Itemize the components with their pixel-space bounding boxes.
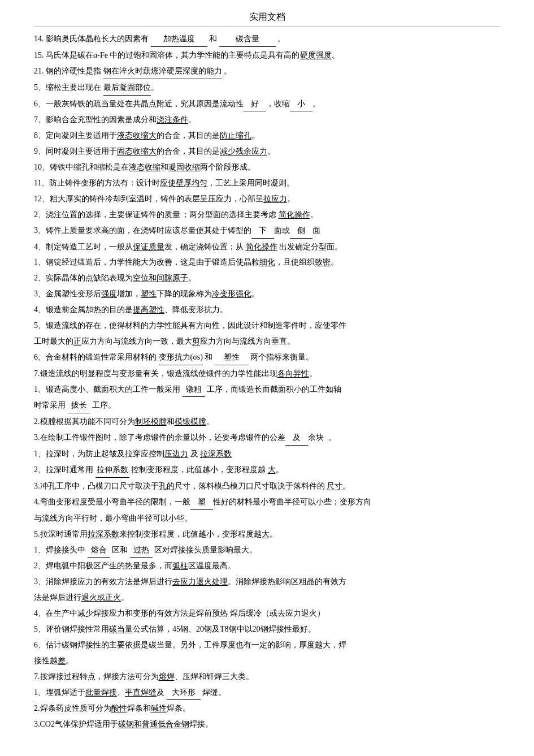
text-line-1: 14. 影响奥氏体晶粒长大的因素有 加热温度 和 碳含量 。 [34, 32, 500, 47]
text-line-14: 4、制定铸造工艺时，一般从保证质量发，确定浇铸位置；从 简化操作 出发确定分型面… [34, 240, 500, 254]
text-line-40: 接性越差。 [34, 654, 500, 668]
text-line-42: 1、埋弧焊适于批量焊接、平直焊缝及 大环形 焊缝。 [34, 685, 500, 701]
text-line-35: 3、消除焊接应力的有效方法是焊后进行去应力退火处理。消除焊接热影响区粗晶的有效方 [34, 574, 500, 589]
text-line-41: 7.按焊接过程特点，焊接方法可分为熔焊、压焊和钎焊三大类。 [34, 669, 500, 684]
text-line-19: 5、锻造流线的存在，使得材料的力学性能具有方向性，因此设计和制造零件时，应使零件 [34, 318, 500, 333]
text-line-16: 2、实际晶体的点缺陷表现为空位和间隙原子。 [34, 271, 500, 286]
text-line-32: 5.拉深时通常用拉深系数来控制变形程度，此值越小，变形程度越大。 [34, 527, 500, 542]
text-line-26: 3.在绘制工件锻件图时，除了考虑锻件的余量以外，还要考虑锻件的公差及余块。 [34, 430, 500, 446]
text-line-7: 8、定向凝则主要适用于液态收缩大的合金，其目的是防止缩孔。 [34, 128, 500, 143]
text-line-28: 2、拉深时通常用 拉伸系数 控制变形程度，此值越小，变形程度越 大。 [34, 463, 500, 478]
text-line-34: 2、焊电弧中阳极区产生的热量最多，而弧柱区温度最高。 [34, 559, 500, 573]
text-line-10: 11、防止铸件变形的方法有：设计时应使壁厚均匀，工艺上采用同时凝则。 [34, 176, 500, 191]
text-line-20: 工时最大的正应力方向与流线方向一致，最大剪应力方向与流线方向垂直。 [34, 334, 500, 349]
text-line-13: 3、铸件上质量要求高的面，在浇铸时应该尽量使其处于铸型的下面或侧面 [34, 223, 500, 239]
page-title: 实用文档 [34, 11, 500, 27]
content: 14. 影响奥氏体晶粒长大的因素有 加热温度 和 碳含量 。15. 马氏体是碳在… [34, 32, 500, 732]
text-line-18: 4、锻造前金属加热的目的是提高塑性、降低变形抗力。 [34, 303, 500, 317]
text-line-39: 6、估计碳钢焊接性的主要依据是碳当量。另外，工件厚度也有一定的影响，厚度越大，焊 [34, 638, 500, 653]
page: 实用文档 14. 影响奥氏体晶粒长大的因素有 加热温度 和 碳含量 。15. 马… [0, 0, 534, 756]
text-line-9: 10、铸铁中缩孔和缩松是在液态收缩和凝固收缩两个阶段形成。 [34, 160, 500, 175]
text-line-24: 时常采用 拔长 工序。 [34, 398, 500, 413]
text-line-6: 7、影响合金充型性的因素是成分和浇注条件。 [34, 113, 500, 127]
text-line-25: 2.模膛根据其功能不同可分为制坯模膛和模锻模膛。 [34, 414, 500, 429]
text-line-30: 4.弯曲变形程度受最小弯曲半径的限制，一般塑性好的材料最小弯曲半径可以小些；变形… [34, 495, 500, 510]
text-line-33: 1、焊接接头中 熔合 区和 过热 区对焊接接头质量影响最大。 [34, 543, 500, 558]
text-line-15: 1、钢锭经过锻造后，力学性能大为改善，这是由于锻造后使晶粒细化，且使组织致密。 [34, 255, 500, 270]
text-line-2: 15. 马氏体是碳在α-Fe 中的过饱和固溶体，其力学性能的主要特点是具有高的硬… [34, 48, 500, 63]
text-line-44: 3.CO2气体保护焊适用于碳钢和普通低合金钢焊接。 [34, 717, 500, 732]
text-line-27: 1、拉深时，为防止起皱及拉穿应控制压边力 及 拉深系数 [34, 447, 500, 461]
text-line-3: 21. 钢的淬硬性是指 钢在淬火时蕻烿淬硬层深度的能力 。 [34, 64, 500, 79]
text-line-17: 3、金属塑性变形后强度增加，塑性下降的现象称为冷变形强化。 [34, 287, 500, 301]
text-line-31: 与流线方向平行时，最小弯曲半径可以小些。 [34, 511, 500, 526]
text-line-36: 法是焊后进行退火或正火。 [34, 590, 500, 605]
text-line-29: 3.冲孔工序中，凸模刀口尺寸取决于孔的尺寸，落料模凸模刀口尺寸取决于落料件的 尺… [34, 479, 500, 494]
text-line-12: 2、浇注位置的选择，主要保证铸件的质量；两分型面的选择主要考虑 简化操作。 [34, 208, 500, 222]
text-line-43: 2.焊条药皮性质可分为酸性焊条和碱性焊条。 [34, 701, 500, 716]
text-line-4: 5、缩松主要出现在 最后凝固部位。 [34, 80, 500, 96]
text-line-22: 7.锻造流线的明显程度与变形量有关，锻造流线使锻件的力学性能出现各向异性。 [34, 366, 500, 381]
text-line-21: 6、合金材料的锻造性常采用材料的 变形抗力(σs) 和 塑性 两个指标来衡量。 [34, 350, 500, 365]
text-line-38: 5、评价钢焊接性常用碳当量公式估算，45钢、20钢及T8钢中以20钢焊接性最好。 [34, 622, 500, 637]
text-line-8: 9、同时凝则主要适用于固态收缩大的合金，其目的是减少残余应力。 [34, 144, 500, 159]
text-line-37: 4、在生产中减少焊接应力和变形的有效方法是焊前预热 焊后缓冷（或去应力退火） [34, 606, 500, 621]
text-line-11: 12、粗大厚实的铸件冷却到室温时，铸件的表层呈压应力，心部呈拉应力。 [34, 192, 500, 206]
text-line-23: 1、锻造高度小、截面积大的工件一般采用 镦粗 工序，而锻造长而截面积小的工件如轴 [34, 382, 500, 398]
text-line-5: 6、一般灰铸铁的疏当量处在共晶点附近，究其原因是流动性好，收缩小。 [34, 97, 500, 112]
